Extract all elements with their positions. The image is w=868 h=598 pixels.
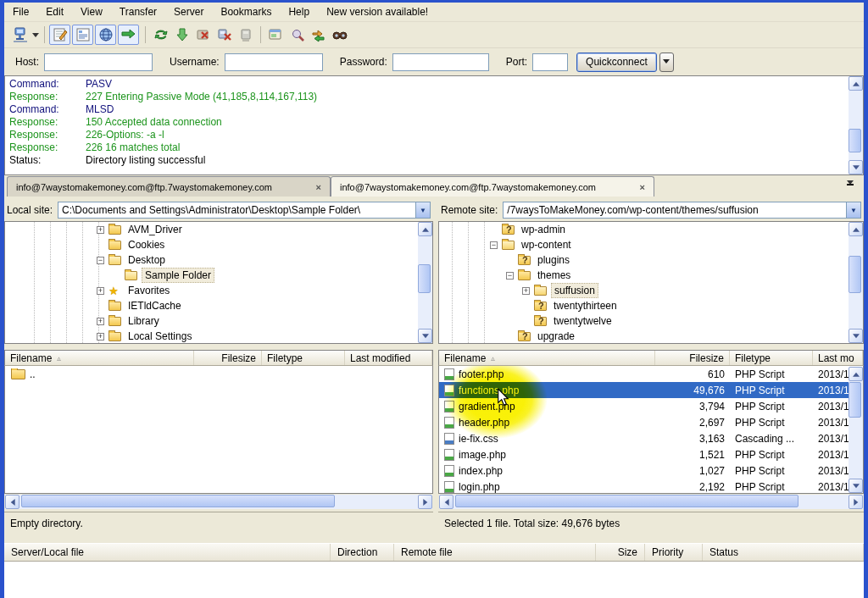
find-files-button[interactable]	[329, 25, 350, 45]
tree-item[interactable]: Cookies	[5, 237, 432, 252]
scrollbar-thumb[interactable]	[849, 382, 861, 418]
toggle-remote-tree-button[interactable]	[95, 25, 116, 45]
tab-list-dropdown[interactable]	[847, 184, 854, 191]
scroll-left-icon[interactable]	[5, 495, 19, 509]
file-row-parent-dir[interactable]: ..	[5, 366, 432, 382]
menu-edit[interactable]: Edit	[46, 6, 64, 18]
scroll-right-icon[interactable]	[418, 495, 432, 509]
column-label: Last modified	[350, 352, 410, 364]
queue-column-status[interactable]: Status	[703, 544, 864, 561]
tree-item[interactable]: upgrade	[439, 329, 863, 344]
tree-item[interactable]: +Library	[5, 313, 432, 329]
queue-column-remote-file[interactable]: Remote file	[394, 544, 596, 561]
port-input[interactable]	[532, 53, 568, 71]
tree-item-selected[interactable]: +suffusion	[439, 283, 863, 298]
scroll-down-icon[interactable]	[849, 479, 863, 493]
menu-new-version[interactable]: New version available!	[326, 6, 428, 18]
toggle-message-log-button[interactable]	[49, 25, 70, 45]
scroll-right-icon[interactable]	[849, 495, 863, 509]
password-input[interactable]	[392, 53, 489, 71]
log-label: Command:	[9, 78, 86, 91]
expand-toggle[interactable]: +	[522, 287, 530, 295]
tree-item[interactable]: −wp-content	[439, 237, 863, 252]
expand-toggle[interactable]: −	[490, 241, 498, 249]
queue-column-server-local-file[interactable]: Server/Local file	[4, 544, 331, 561]
host-input[interactable]	[44, 53, 153, 71]
log-scrollbar[interactable]	[849, 76, 863, 174]
column-header-filename[interactable]: Filename▵	[5, 351, 194, 365]
reconnect-button[interactable]	[235, 25, 256, 45]
menu-server[interactable]: Server	[174, 6, 203, 18]
synchronized-browsing-button[interactable]	[308, 25, 329, 45]
column-header-filetype[interactable]: Filetype	[262, 351, 345, 365]
tree-item[interactable]: IETldCache	[5, 298, 432, 313]
tab-close-icon[interactable]: ×	[640, 182, 645, 192]
scroll-up-icon[interactable]	[849, 367, 863, 381]
menu-bookmarks[interactable]: Bookmarks	[220, 6, 271, 18]
quickconnect-button[interactable]: Quickconnect	[576, 53, 657, 72]
column-header-last-modified[interactable]: Last modified	[345, 351, 432, 365]
expand-toggle[interactable]: +	[97, 287, 104, 295]
expand-toggle[interactable]: +	[97, 333, 104, 341]
tab-session-2[interactable]: info@7waystomakemoney.com@ftp.7waystomak…	[331, 176, 654, 197]
disconnect-button[interactable]	[214, 25, 235, 45]
scrollbar-thumb[interactable]	[21, 495, 335, 507]
local-path-combobox[interactable]: C:\Documents and Settings\Administrator\…	[58, 202, 431, 219]
file-row[interactable]: index.php 1,027 PHP Script 2013/1	[439, 462, 863, 479]
queue-column-direction[interactable]: Direction	[331, 544, 394, 561]
tree-item[interactable]: −Desktop	[5, 252, 432, 268]
queue-column-size[interactable]: Size	[596, 544, 645, 561]
expand-toggle[interactable]: −	[506, 272, 514, 280]
scrollbar-thumb[interactable]	[455, 495, 798, 507]
expand-toggle	[113, 272, 120, 280]
column-header-filesize[interactable]: Filesize	[194, 351, 262, 365]
cancel-operation-button[interactable]	[192, 25, 214, 45]
directory-listing-filters-button[interactable]	[265, 25, 287, 45]
username-input[interactable]	[225, 53, 323, 71]
column-header-last-modified[interactable]: Last mo	[813, 351, 863, 365]
scroll-up-icon[interactable]	[849, 76, 863, 91]
column-header-filesize[interactable]: Filesize	[655, 351, 730, 365]
process-queue-button[interactable]	[171, 25, 192, 45]
scroll-down-icon[interactable]	[849, 160, 863, 174]
queue-column-priority[interactable]: Priority	[645, 544, 703, 561]
expand-toggle[interactable]: +	[97, 226, 104, 234]
tab-close-icon[interactable]: ×	[316, 182, 321, 192]
combo-dropdown-icon[interactable]: ▼	[415, 202, 430, 218]
file-row[interactable]: login.php 2,192 PHP Script 2013/1	[439, 479, 863, 494]
tree-item[interactable]: −themes	[439, 268, 863, 283]
directory-comparison-button[interactable]	[287, 25, 308, 45]
tree-item[interactable]: +Local Settings	[5, 329, 432, 344]
tree-item[interactable]: plugins	[439, 252, 863, 268]
menu-file[interactable]: File	[13, 6, 29, 18]
menu-view[interactable]: View	[81, 6, 103, 18]
local-list-hscrollbar[interactable]	[5, 495, 432, 509]
tree-item[interactable]: twentytwelve	[439, 313, 863, 329]
combo-dropdown-icon[interactable]: ▼	[846, 202, 860, 218]
scrollbar-thumb[interactable]	[849, 129, 861, 152]
column-header-filetype[interactable]: Filetype	[730, 351, 813, 365]
tree-item[interactable]: wp-admin	[439, 222, 863, 237]
remote-list-scrollbar[interactable]	[849, 367, 863, 493]
expand-toggle[interactable]: −	[97, 257, 104, 264]
menu-help[interactable]: Help	[288, 6, 309, 18]
tree-item[interactable]: +★Favorites	[5, 283, 432, 298]
remote-list-hscrollbar[interactable]	[439, 495, 863, 509]
toggle-transfer-queue-button[interactable]	[118, 25, 139, 45]
tab-session-1[interactable]: info@7waystomakemoney.com@ftp.7waystomak…	[7, 176, 331, 197]
quickconnect-dropdown[interactable]	[659, 53, 674, 72]
dropdown-arrow-icon	[32, 33, 39, 41]
tree-item-selected[interactable]: Sample Folder	[5, 268, 432, 283]
site-manager-button[interactable]	[9, 25, 31, 45]
column-header-filename[interactable]: Filename▵	[439, 351, 655, 365]
site-manager-dropdown[interactable]	[31, 25, 40, 45]
refresh-button[interactable]	[150, 25, 171, 45]
remote-path-combobox[interactable]: /7waysToMakeMoney.com/wp-content/themes/…	[503, 202, 861, 219]
scroll-left-icon[interactable]	[439, 495, 453, 509]
expand-toggle[interactable]: +	[97, 318, 104, 325]
tree-item[interactable]: +AVM_Driver	[5, 222, 432, 237]
tree-item[interactable]: twentythirteen	[439, 298, 863, 313]
file-row[interactable]: image.php 1,521 PHP Script 2013/1	[439, 446, 863, 462]
toggle-local-tree-button[interactable]	[72, 25, 93, 45]
menu-transfer[interactable]: Transfer	[120, 6, 157, 18]
